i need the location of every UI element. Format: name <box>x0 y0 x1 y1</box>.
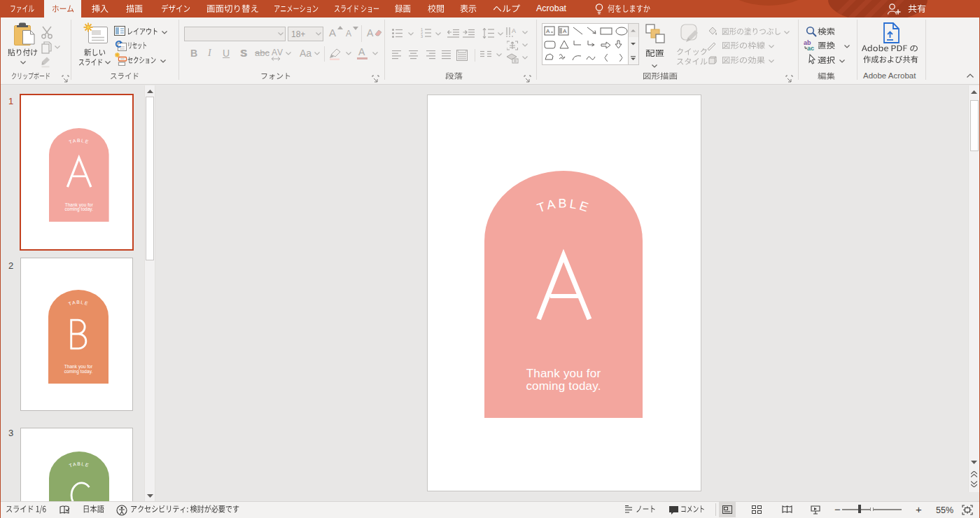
svg-text:Thank you for: Thank you for <box>526 367 601 380</box>
svg-text:A: A <box>563 28 567 34</box>
svg-text:coming today.: coming today. <box>64 369 93 374</box>
svg-text:coming today.: coming today. <box>526 379 601 393</box>
svg-text:A: A <box>512 27 516 34</box>
svg-text:A: A <box>546 28 550 34</box>
svg-text:coming today.: coming today. <box>65 206 94 212</box>
svg-text:3: 3 <box>421 34 423 38</box>
svg-text:ac: ac <box>807 45 814 51</box>
